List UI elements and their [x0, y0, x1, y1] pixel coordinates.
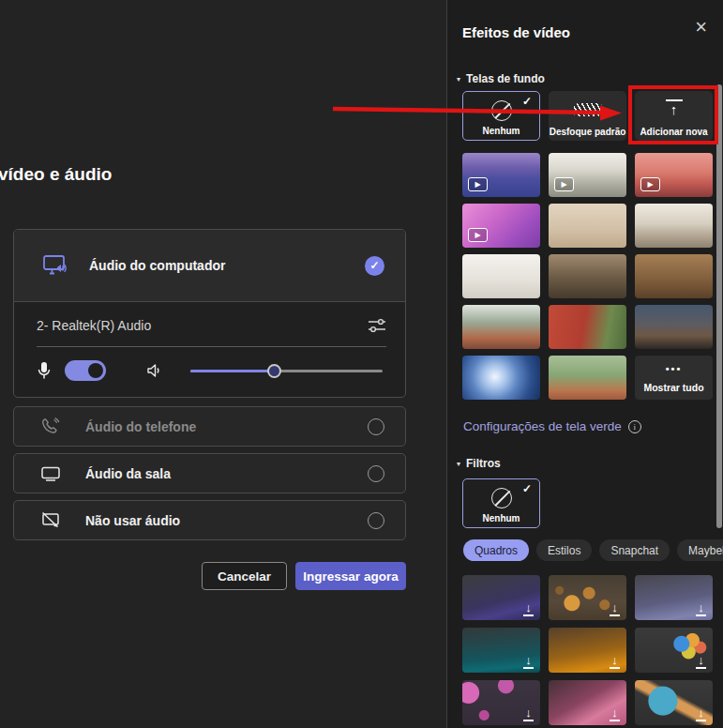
mic-toggle-knob — [88, 363, 103, 378]
filter-category-pills: QuadrosEstilosSnapchatMaybelline — [463, 539, 723, 561]
computer-audio-label: Áudio do computador — [89, 258, 365, 273]
none-slash-icon — [491, 488, 512, 508]
panel-scrollbar[interactable] — [716, 84, 722, 528]
filter-thumbnail-pink-ribbon[interactable]: ↓ — [549, 680, 626, 725]
filters-section-header[interactable]: ▾ Filtros — [457, 457, 501, 470]
download-icon: ↓ — [610, 707, 620, 721]
page-title: vídeo e áudio — [0, 164, 112, 185]
background-thumbnail-warm-wood-cabin[interactable] — [635, 254, 713, 298]
background-thumbnail-white-curved-room[interactable] — [462, 254, 540, 298]
video-badge-icon: ▶ — [640, 177, 660, 191]
chevron-down-icon: ▾ — [457, 460, 460, 468]
microphone-icon — [37, 361, 52, 380]
filters-grid: ↓↓↓↓↓↓↓↓↓ — [462, 575, 713, 725]
background-thumbnail-beige-minimal-interior[interactable] — [549, 204, 626, 248]
background-thumbnail-white-flower-clouds[interactable]: ▶ — [549, 153, 626, 197]
filter-category-pill-quadros[interactable]: Quadros — [463, 539, 529, 561]
blur-icon — [574, 103, 602, 116]
chevron-down-icon: ▾ — [457, 75, 460, 83]
room-audio-radio[interactable] — [368, 465, 384, 482]
filter-thumbnail-orange-bokeh[interactable]: ↓ — [549, 575, 626, 620]
cancel-button[interactable]: Cancelar — [202, 562, 287, 590]
divider — [37, 346, 386, 347]
filter-none-label: Nenhum — [463, 513, 539, 523]
no-audio-label: Não usar áudio — [85, 513, 368, 528]
download-icon: ↓ — [523, 602, 534, 616]
computer-audio-body: 2- Realtek(R) Audio — [14, 302, 405, 381]
phone-icon — [40, 417, 61, 436]
computer-audio-header[interactable]: Áudio do computador ✓ — [14, 230, 405, 302]
filter-thumbnail-teal-wireframe[interactable]: ↓ — [462, 628, 540, 673]
no-audio-option[interactable]: Não usar áudio — [13, 500, 406, 540]
none-slash-icon — [491, 100, 512, 121]
volume-thumb[interactable] — [267, 364, 281, 378]
speaker-icon — [145, 362, 162, 379]
filter-category-pill-estilos[interactable]: Estilos — [536, 539, 592, 561]
download-icon: ↓ — [610, 602, 620, 616]
filter-thumbnail-balloons[interactable]: ↓ — [635, 628, 713, 673]
room-audio-label: Áudio da sala — [85, 466, 368, 481]
phone-audio-option[interactable]: Áudio do telefone — [13, 406, 406, 447]
background-add-new-tile[interactable]: ↑ Adicionar nova — [635, 91, 713, 141]
video-badge-icon: ▶ — [468, 177, 488, 191]
upload-icon: ↑ — [666, 99, 683, 117]
background-thumbnail-red-room-plant-wall[interactable] — [549, 305, 626, 349]
panel-title: Efeitos de vídeo — [462, 24, 570, 40]
background-thumbnail-purple-mountain-valley[interactable]: ▶ — [462, 153, 540, 197]
filter-none-tile[interactable]: ✓ Nenhum — [462, 478, 540, 528]
show-all-tile[interactable]: •••Mostrar tudo — [635, 356, 713, 400]
background-top-tiles: ✓ Nenhum Desfoque padrão ↑ Adicionar nov… — [462, 91, 713, 141]
check-icon: ✓ — [522, 482, 532, 495]
backgrounds-section-header[interactable]: ▾ Telas de fundo — [457, 72, 545, 85]
audio-device-name: 2- Realtek(R) Audio — [37, 318, 368, 333]
ellipsis-icon: ••• — [635, 363, 713, 374]
background-thumbnail-patio-colorful-sofas[interactable] — [462, 305, 540, 349]
video-badge-icon: ▶ — [554, 177, 574, 191]
no-audio-radio[interactable] — [368, 512, 384, 529]
filter-thumbnail-pink-bubbles[interactable]: ↓ — [462, 680, 540, 725]
download-icon: ↓ — [523, 707, 534, 721]
check-icon: ✓ — [522, 95, 532, 108]
download-icon: ↓ — [696, 602, 706, 616]
join-now-button[interactable]: Ingressar agora — [295, 562, 406, 590]
background-thumbnail-pink-crystal-bloom[interactable]: ▶ — [462, 204, 540, 248]
room-audio-icon — [40, 464, 61, 483]
phone-audio-radio[interactable] — [368, 418, 384, 435]
device-settings-icon[interactable] — [368, 317, 386, 334]
filter-thumbnail-orange-flow[interactable]: ↓ — [549, 628, 626, 673]
backgrounds-grid: ▶▶▶▶•••Mostrar tudo — [462, 153, 713, 400]
prejoin-left-pane: vídeo e áudio Áudio do computador ✓ — [0, 0, 446, 728]
filter-thumbnail-lavender-wave[interactable]: ↓ — [635, 575, 713, 620]
close-icon[interactable]: × — [695, 17, 707, 38]
phone-audio-label: Áudio do telefone — [85, 419, 368, 434]
filter-thumbnail-purple-wave[interactable]: ↓ — [462, 575, 540, 620]
background-blur-tile[interactable]: Desfoque padrão — [549, 91, 626, 141]
background-thumbnail-scifi-desert-spaceship[interactable] — [635, 305, 713, 349]
filter-category-pill-snapchat[interactable]: Snapchat — [599, 539, 670, 561]
download-icon: ↓ — [696, 655, 706, 669]
computer-audio-card[interactable]: Áudio do computador ✓ 2- Realtek(R) Audi… — [13, 229, 406, 398]
video-effects-panel: Efeitos de vídeo × ▾ Telas de fundo ✓ Ne… — [447, 0, 723, 728]
show-all-label: Mostrar tudo — [635, 382, 713, 393]
backgrounds-section-label: Telas de fundo — [466, 72, 545, 85]
info-icon[interactable]: i — [628, 420, 641, 433]
mic-toggle[interactable] — [65, 360, 106, 381]
filters-section-label: Filtros — [466, 457, 501, 470]
video-badge-icon: ▶ — [468, 228, 488, 242]
background-thumbnail-pink-clouds-over-sea[interactable]: ▶ — [635, 153, 713, 197]
filter-category-pill-maybelline[interactable]: Maybelline — [677, 539, 723, 561]
background-thumbnail-hyperspace-spaceship[interactable] — [462, 356, 540, 400]
background-add-new-label: Adicionar nova — [635, 127, 713, 137]
filter-thumbnail-saturn-planet[interactable]: ↓ — [635, 680, 713, 725]
background-thumbnail-earth-tone-lounge[interactable] — [549, 254, 626, 298]
teams-prejoin-window: vídeo e áudio Áudio do computador ✓ — [0, 0, 723, 728]
volume-slider[interactable] — [190, 363, 383, 378]
computer-audio-icon — [42, 253, 68, 278]
volume-fill — [190, 370, 275, 372]
background-thumbnail-bright-lounge-interior[interactable] — [635, 204, 713, 248]
green-screen-settings-link[interactable]: Configurações de tela verde — [463, 419, 622, 433]
room-audio-option[interactable]: Áudio da sala — [13, 453, 406, 493]
download-icon: ↓ — [610, 655, 620, 669]
background-none-tile[interactable]: ✓ Nenhum — [462, 91, 540, 141]
background-thumbnail-green-arch-corridor[interactable] — [549, 356, 626, 400]
